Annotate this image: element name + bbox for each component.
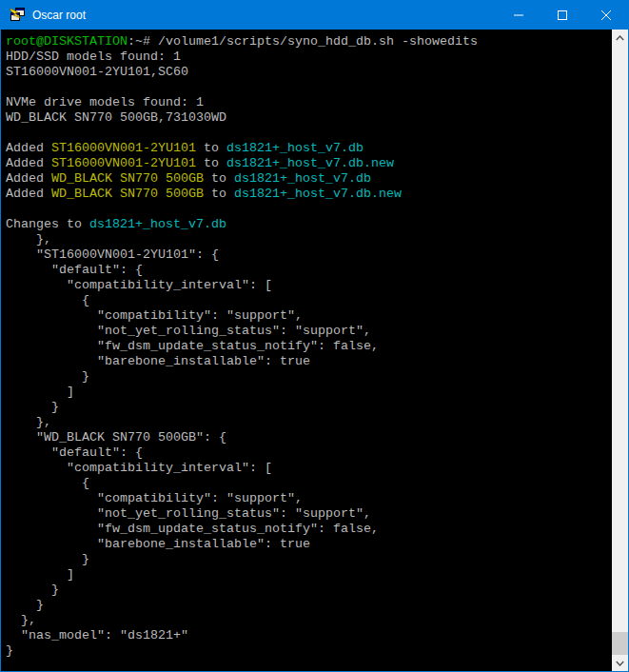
terminal-line: "compatibility_interval": [ — [6, 461, 612, 476]
terminal-line: }, — [6, 232, 612, 247]
terminal-line: Added ST16000VN001-2YU101 to ds1821+_hos… — [6, 141, 612, 156]
terminal-line: Added WD_BLACK SN770 500GB to ds1821+_ho… — [6, 187, 612, 202]
terminal-line: "compatibility": "support", — [6, 491, 612, 506]
window-title: Oscar root — [32, 1, 497, 30]
terminal-line: }, — [6, 415, 612, 430]
terminal-line: Added ST16000VN001-2YU101 to ds1821+_hos… — [6, 156, 612, 171]
window-titlebar[interactable]: Oscar root — [1, 1, 628, 30]
terminal-line: "ST16000VN001-2YU101": { — [6, 247, 612, 263]
terminal-line: ] — [6, 385, 612, 400]
terminal-output[interactable]: root@DISKSTATION:~# /volume1/scripts/syn… — [1, 30, 612, 671]
terminal-line: } — [6, 643, 612, 659]
terminal-line: } — [6, 400, 612, 415]
terminal-line: "nas_model": "ds1821+" — [6, 628, 612, 643]
terminal-line: "not_yet_rolling_status": "support", — [6, 506, 612, 522]
terminal-line: "WD_BLACK SN770 500GB": { — [6, 430, 612, 445]
terminal-line — [6, 202, 612, 217]
terminal-line: WD_BLACK SN770 500GB,731030WD — [6, 110, 612, 126]
terminal-area: root@DISKSTATION:~# /volume1/scripts/syn… — [1, 30, 628, 671]
terminal-line: root@DISKSTATION:~# /volume1/scripts/syn… — [6, 34, 612, 49]
terminal-line: NVMe drive models found: 1 — [6, 95, 612, 110]
terminal-line: } — [6, 369, 612, 385]
terminal-line: "fw_dsm_update_status_notify": false, — [6, 522, 612, 537]
terminal-line: }, — [6, 613, 612, 628]
terminal-line: { — [6, 476, 612, 491]
terminal-line: "barebone_installable": true — [6, 537, 612, 552]
terminal-line: { — [6, 293, 612, 308]
terminal-line: } — [6, 598, 612, 613]
putty-window: Oscar root root@DISKSTATION:~# /volume1/… — [0, 0, 629, 672]
putty-app-icon[interactable] — [10, 8, 25, 23]
scroll-up-icon[interactable] — [612, 30, 628, 46]
window-controls — [497, 1, 628, 30]
minimize-button[interactable] — [497, 1, 541, 30]
terminal-line: ST16000VN001-2YU101,SC60 — [6, 65, 612, 80]
terminal-line — [6, 126, 612, 141]
terminal-line: HDD/SSD models found: 1 — [6, 49, 612, 65]
terminal-line: } — [6, 552, 612, 567]
terminal-line: "fw_dsm_update_status_notify": false, — [6, 339, 612, 354]
close-button[interactable] — [584, 1, 628, 30]
scroll-down-icon[interactable] — [612, 655, 628, 671]
terminal-line: "compatibility": "support", — [6, 308, 612, 324]
terminal-line: "default": { — [6, 263, 612, 278]
maximize-button[interactable] — [541, 1, 584, 30]
terminal-line: Added WD_BLACK SN770 500GB to ds1821+_ho… — [6, 171, 612, 187]
terminal-line: "default": { — [6, 445, 612, 461]
terminal-line: ] — [6, 567, 612, 583]
terminal-line — [6, 80, 612, 95]
scrollbar[interactable] — [612, 30, 628, 671]
terminal-line: "not_yet_rolling_status": "support", — [6, 324, 612, 339]
terminal-line: Changes to ds1821+_host_v7.db — [6, 217, 612, 232]
scrollbar-thumb[interactable] — [612, 632, 628, 656]
terminal-line: "compatibility_interval": [ — [6, 278, 612, 293]
terminal-line: } — [6, 583, 612, 598]
terminal-line: "barebone_installable": true — [6, 354, 612, 369]
